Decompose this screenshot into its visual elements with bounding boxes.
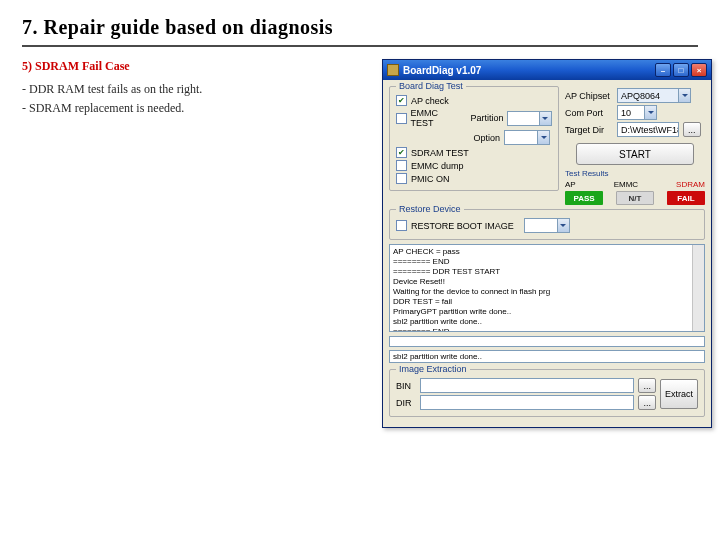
select-ap-chipset[interactable]: APQ8064	[617, 88, 691, 103]
log-line: DDR TEST = fail	[393, 297, 701, 307]
log-output[interactable]: AP CHECK = pass ======== END ======== DD…	[389, 244, 705, 332]
group-title: Board Diag Test	[396, 81, 466, 91]
browse-dir-button[interactable]: ...	[638, 395, 656, 410]
group-board-diag: Board Diag Test ✔ AP check EMMC TEST Par…	[389, 86, 559, 191]
select-restore[interactable]	[524, 218, 570, 233]
select-partition[interactable]	[507, 111, 552, 126]
checkbox-ap-check[interactable]: ✔	[396, 95, 407, 106]
log-line: ======== END	[393, 327, 701, 332]
label-partition: Partition	[470, 113, 503, 123]
label-ap-chipset: AP Chipset	[565, 91, 613, 101]
group-restore: Restore Device RESTORE BOOT IMAGE	[389, 209, 705, 240]
checkbox-emmc-dump[interactable]	[396, 160, 407, 171]
value-ap-chipset: APQ8064	[621, 91, 660, 101]
label-sdram-test: SDRAM TEST	[411, 148, 469, 158]
chevron-down-icon	[557, 219, 569, 232]
select-com-port[interactable]: 10	[617, 105, 657, 120]
label-emmc-test: EMMC TEST	[411, 108, 461, 128]
progress-bar	[389, 336, 705, 347]
group-title: Restore Device	[396, 204, 464, 214]
start-button[interactable]: START	[576, 143, 694, 165]
log-line: sbl2 partition write done..	[393, 317, 701, 327]
chevron-down-icon	[537, 131, 549, 144]
label-ap-check: AP check	[411, 96, 449, 106]
page-heading: 7. Repair guide based on diagnosis	[22, 16, 698, 39]
chevron-down-icon	[644, 106, 656, 119]
window-titlebar[interactable]: BoardDiag v1.07 – □ ×	[383, 60, 711, 80]
input-target-dir[interactable]: D:\Wtest\WF180L	[617, 122, 679, 137]
label-target-dir: Target Dir	[565, 125, 613, 135]
label-test-results: Test Results	[565, 169, 705, 178]
bullet-item: - DDR RAM test fails as on the right.	[22, 82, 372, 97]
label-option: Option	[473, 133, 500, 143]
bullet-list: - DDR RAM test fails as on the right. - …	[22, 82, 372, 116]
label-emmc: EMMC	[614, 180, 638, 189]
scrollbar[interactable]	[692, 245, 704, 331]
app-icon	[387, 64, 399, 76]
value-com-port: 10	[621, 108, 631, 118]
chevron-down-icon	[539, 112, 551, 125]
label-sdram: SDRAM	[676, 180, 705, 189]
checkbox-pmic-on[interactable]	[396, 173, 407, 184]
group-title: Image Extraction	[396, 364, 470, 374]
label-dir: DIR	[396, 398, 416, 408]
label-bin: BIN	[396, 381, 416, 391]
app-window: BoardDiag v1.07 – □ × Board Diag Test	[382, 59, 712, 428]
label-pmic-on: PMIC ON	[411, 174, 450, 184]
log-line: ======== END	[393, 257, 701, 267]
input-dir[interactable]	[420, 395, 634, 410]
result-sdram-badge: FAIL	[667, 191, 705, 205]
divider	[22, 45, 698, 47]
label-emmc-dump: EMMC dump	[411, 161, 464, 171]
result-emmc-badge: N/T	[616, 191, 654, 205]
browse-bin-button[interactable]: ...	[638, 378, 656, 393]
minimize-button[interactable]: –	[655, 63, 671, 77]
label-com-port: Com Port	[565, 108, 613, 118]
log-line: PrimaryGPT partition write done..	[393, 307, 701, 317]
window-title: BoardDiag v1.07	[403, 65, 481, 76]
close-button[interactable]: ×	[691, 63, 707, 77]
status-line: sbl2 partition write done..	[389, 350, 705, 363]
chevron-down-icon	[678, 89, 690, 102]
input-bin[interactable]	[420, 378, 634, 393]
checkbox-sdram-test[interactable]: ✔	[396, 147, 407, 158]
select-option[interactable]	[504, 130, 550, 145]
log-line: AP CHECK = pass	[393, 247, 701, 257]
log-line: Device Reset!!	[393, 277, 701, 287]
checkbox-restore-boot[interactable]	[396, 220, 407, 231]
log-line: Waiting for the device to connect in fla…	[393, 287, 701, 297]
extract-button[interactable]: Extract	[660, 379, 698, 409]
log-line: ======== DDR TEST START	[393, 267, 701, 277]
label-ap: AP	[565, 180, 576, 189]
browse-target-dir-button[interactable]: ...	[683, 122, 701, 137]
bullet-item: - SDRAM replacement is needed.	[22, 101, 372, 116]
checkbox-emmc-test[interactable]	[396, 113, 407, 124]
label-restore-boot: RESTORE BOOT IMAGE	[411, 221, 514, 231]
group-image-extraction: Image Extraction BIN ... DIR	[389, 369, 705, 417]
result-ap-badge: PASS	[565, 191, 603, 205]
maximize-button[interactable]: □	[673, 63, 689, 77]
case-title: 5) SDRAM Fail Case	[22, 59, 372, 74]
